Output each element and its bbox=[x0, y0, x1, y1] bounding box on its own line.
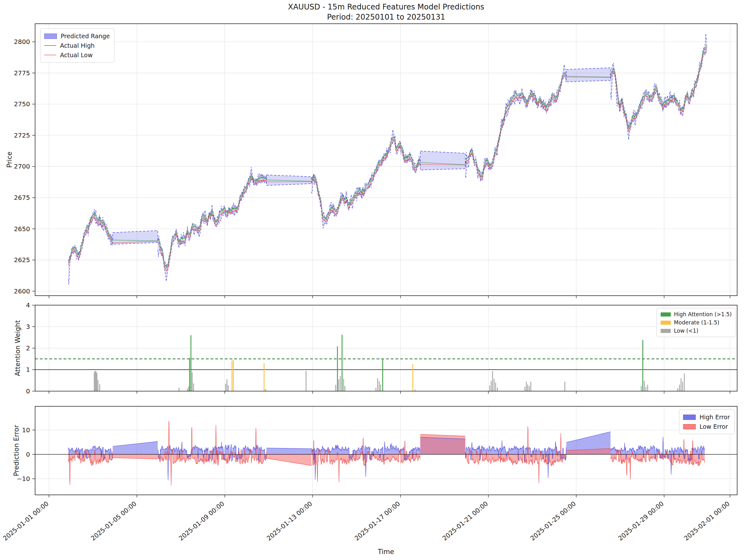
x-tick-label: 2025-01-25 00:00 bbox=[529, 500, 577, 542]
y-tick-label: 2775 bbox=[14, 69, 30, 77]
attention-bar bbox=[527, 385, 528, 391]
actual-high-line bbox=[465, 73, 566, 177]
y-tick-label: 2 bbox=[26, 344, 30, 352]
attention-bar bbox=[188, 386, 189, 391]
high-attention-swatch bbox=[660, 313, 671, 317]
legend-item-actual-high: Actual High bbox=[44, 41, 110, 50]
predicted-range-swatch bbox=[44, 34, 57, 39]
legend-item-low-error: Low Error bbox=[683, 422, 730, 431]
attention-bar bbox=[95, 371, 96, 391]
actual-low-line bbox=[158, 177, 266, 271]
y-tick-label: 2650 bbox=[14, 225, 30, 233]
legend-item-actual-low: Actual Low bbox=[44, 50, 110, 60]
attention-axis-label: Attention Weight bbox=[14, 320, 21, 376]
attention-bar bbox=[379, 381, 380, 391]
attention-bar bbox=[497, 388, 498, 391]
attention-bar bbox=[489, 385, 490, 391]
attention-bar bbox=[682, 382, 683, 391]
attention-bar bbox=[647, 385, 648, 391]
attention-bar bbox=[189, 358, 190, 391]
figure: 2600262526502675270027252750277528000123… bbox=[0, 0, 752, 560]
attention-bar bbox=[96, 371, 96, 391]
y-tick-label: 1 bbox=[26, 366, 30, 374]
y-tick-label: 2700 bbox=[14, 162, 30, 170]
y-tick-label: 2675 bbox=[14, 194, 30, 201]
chart-title: XAUUSD - 15m Reduced Features Model Pred… bbox=[35, 2, 737, 12]
chart-title-block: XAUUSD - 15m Reduced Features Model Pred… bbox=[35, 2, 737, 22]
actual-high-swatch bbox=[44, 45, 56, 46]
predicted-range-fill bbox=[465, 64, 566, 181]
y-tick-label: 2750 bbox=[14, 100, 30, 108]
attention-bar bbox=[491, 381, 492, 391]
weekend-predicted-band bbox=[566, 68, 611, 82]
attention-bar bbox=[529, 386, 530, 391]
weekend-predicted-band bbox=[421, 151, 465, 170]
actual-high-line bbox=[312, 137, 421, 219]
attention-bar bbox=[380, 385, 381, 391]
attention-bar bbox=[345, 386, 345, 391]
low-error-swatch bbox=[683, 424, 696, 429]
attention-bar bbox=[190, 335, 191, 391]
y-tick-label: 2800 bbox=[14, 38, 30, 45]
error-axis-label: Prediction Error bbox=[13, 425, 20, 476]
x-tick-label: 2025-02-01 00:00 bbox=[683, 500, 731, 542]
attention-bar bbox=[98, 380, 99, 391]
error-legend: High Error Low Error bbox=[679, 409, 735, 434]
attention-bar bbox=[337, 346, 338, 391]
attention-bar bbox=[377, 378, 378, 391]
time-axis-label: Time bbox=[378, 548, 394, 556]
attention-bar bbox=[526, 382, 527, 391]
y-tick-label: 4 bbox=[26, 301, 30, 309]
attention-bar bbox=[99, 384, 100, 391]
attention-bar bbox=[342, 335, 343, 391]
legend-item-high-error: High Error bbox=[683, 412, 730, 422]
x-tick-label: 2025-01-09 00:00 bbox=[177, 500, 226, 542]
attention-bar bbox=[96, 373, 97, 391]
axes-frame: 260026252650267527002725275027752800 bbox=[14, 24, 737, 298]
attention-bar bbox=[382, 359, 383, 391]
attention-bar bbox=[232, 360, 233, 391]
attention-bar bbox=[677, 388, 678, 392]
attention-bar bbox=[642, 340, 643, 391]
attention-bar bbox=[192, 372, 193, 391]
attention-bar bbox=[495, 383, 496, 391]
predicted-high-line bbox=[312, 129, 421, 218]
grid bbox=[35, 24, 737, 296]
y-tick-label: 2625 bbox=[14, 256, 30, 264]
attention-bar bbox=[641, 386, 642, 391]
attention-bar bbox=[233, 360, 234, 391]
y-tick-label: 3 bbox=[26, 323, 30, 331]
grid bbox=[35, 305, 737, 391]
attention-bar bbox=[530, 382, 531, 391]
attention-bar bbox=[680, 378, 682, 391]
attention-plot bbox=[35, 305, 737, 391]
legend-item-low-attention: Low (<1) bbox=[660, 327, 732, 335]
attention-bar bbox=[343, 379, 344, 391]
y-tick-label: 0 bbox=[26, 387, 30, 395]
attention-bar bbox=[679, 385, 680, 391]
attention-bar bbox=[375, 388, 377, 391]
attention-bar bbox=[565, 382, 566, 391]
attention-bar bbox=[225, 384, 226, 391]
predicted-high-line bbox=[465, 64, 566, 173]
predicted-range-fill bbox=[610, 34, 707, 140]
attention-bar bbox=[265, 389, 266, 391]
attention-legend: High Attention (>1.5) Moderate (1-1.5) L… bbox=[656, 308, 736, 337]
legend-item-moderate-attention: Moderate (1-1.5) bbox=[660, 318, 732, 327]
attention-bar bbox=[340, 376, 341, 391]
actual-low-line bbox=[312, 139, 421, 222]
high-error-swatch bbox=[683, 415, 696, 420]
chart-subtitle: Period: 20250101 to 20250131 bbox=[35, 12, 737, 22]
x-tick-label: 2025-01-29 00:00 bbox=[617, 500, 665, 542]
legend-item-high-attention: High Attention (>1.5) bbox=[660, 310, 732, 318]
error-plot bbox=[35, 406, 737, 495]
attention-bar bbox=[94, 372, 95, 391]
predicted-low-line bbox=[158, 178, 266, 281]
attention-bar bbox=[306, 371, 307, 391]
y-tick-label: 2725 bbox=[14, 132, 30, 139]
x-tick-label: 2025-01-05 00:00 bbox=[89, 500, 138, 542]
legend-item-predicted-range: Predicted Range bbox=[44, 31, 110, 41]
moderate-attention-swatch bbox=[660, 321, 671, 325]
price-axis-label: Price bbox=[6, 152, 13, 167]
attention-bar bbox=[336, 385, 336, 391]
